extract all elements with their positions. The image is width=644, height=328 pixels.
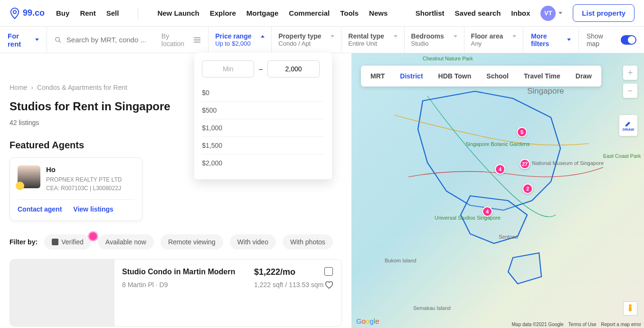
chevron-down-icon [331,35,334,38]
map-label: Semakau Island [413,305,451,311]
search-icon [55,36,62,44]
zoom-in-button[interactable]: + [623,66,637,80]
filter-price[interactable]: Price range Up to $2,000 – $0 $500 $1,00… [208,27,272,53]
nav-shortlist[interactable]: Shortlist [416,9,445,17]
filter-bedrooms[interactable]: Bedrooms Studio [405,27,464,53]
topbar: 99.co Buy Rent Sell New Launch Explore M… [0,0,644,27]
map-marker[interactable]: 4 [482,206,492,217]
nav-commercial[interactable]: Commercial [289,9,330,17]
logo[interactable]: 99.co [9,7,45,19]
chevron-down-icon [512,35,516,38]
chevron-down-icon [454,35,457,38]
price-opt-4[interactable]: $2,000 [202,154,324,172]
crown-icon [16,182,24,190]
filter-floor-area[interactable]: Floor area Any [464,27,523,53]
nav-news[interactable]: News [369,9,388,17]
chip-remote[interactable]: Remote viewing [161,234,223,250]
ptype-value: Condo / Apt [278,40,334,47]
map-label: National Museum of Singapore [532,160,604,166]
for-rent-label: For rent [8,32,32,48]
nav-main: Buy Rent Sell New Launch Explore Mortgag… [56,8,388,19]
tab-travel[interactable]: Travel Time [516,68,568,85]
by-location-label: By location [161,32,191,48]
nav-buy[interactable]: Buy [56,9,69,17]
district-outline [351,53,644,328]
view-listings-link[interactable]: View listings [73,205,114,213]
map-marker[interactable]: 5 [517,127,527,137]
listing-size: 1,222 sqft / 113.53 sqm [254,281,334,289]
map-marker[interactable]: 27 [520,159,530,169]
google-logo: Google [356,317,379,325]
map-marker[interactable]: 2 [522,183,533,194]
chip-video[interactable]: With video [230,234,276,250]
price-opt-2[interactable]: $1,000 [202,119,324,137]
tab-school[interactable]: School [479,68,516,85]
for-rent-dropdown[interactable]: For rent [0,27,47,53]
chevron-down-icon [394,35,398,38]
avatar-menu[interactable]: VT [540,6,562,21]
listing-title: Studio Condo in Martin Modern [122,267,239,277]
map-pin-icon [9,7,20,19]
beds-label: Bedrooms [411,32,444,40]
show-map-toggle[interactable]: Show map [579,27,644,53]
price-opt-3[interactable]: $1,500 [202,137,324,154]
nav-sell[interactable]: Sell [106,9,119,17]
dash: – [259,65,263,73]
draw-button[interactable]: DRAW [619,115,637,136]
map-panel[interactable]: MRT District HDB Town School Travel Time… [351,53,644,328]
chevron-down-icon [35,39,39,41]
price-min-input[interactable] [202,60,254,77]
more-filters-button[interactable]: More filters [523,27,579,53]
floor-label: Floor area [471,32,503,40]
tab-mrt[interactable]: MRT [363,68,392,85]
bookmark-icon[interactable] [324,267,333,276]
listing-card[interactable]: Studio Condo in Martin Modern 8 Martin P… [9,259,342,327]
nav-inbox[interactable]: Inbox [511,9,530,17]
tab-hdb[interactable]: HDB Town [431,68,479,85]
pegman-icon[interactable] [623,301,637,316]
chip-label: Verified [61,238,84,246]
filter-property-type[interactable]: Property type Condo / Apt [272,27,341,53]
nav-explore[interactable]: Explore [210,9,236,17]
filter-chips-row: Filter by: Verified Available now Remote… [9,234,342,250]
chevron-right-icon: › [31,84,33,91]
map-terms-link[interactable]: Terms of Use [568,322,597,327]
pencil-icon [625,120,632,127]
price-opt-0[interactable]: $0 [202,84,324,102]
contact-agent-link[interactable]: Contact agent [18,205,62,213]
svg-point-1 [56,37,60,41]
show-map-label: Show map [587,32,616,48]
chip-photos[interactable]: With photos [283,234,333,250]
price-opt-1[interactable]: $500 [202,102,324,119]
nav-new-launch[interactable]: New Launch [157,9,199,17]
heart-icon[interactable] [324,280,334,289]
search-input[interactable] [66,36,157,44]
price-value: Up to $2,000 [215,40,265,47]
price-max-input[interactable] [267,60,320,77]
tab-draw[interactable]: Draw [568,68,599,85]
map-label-singapore: Singapore [527,87,564,96]
breadcrumb-home[interactable]: Home [9,84,27,91]
map-marker[interactable]: 4 [495,164,505,174]
chip-verified[interactable]: Verified [44,234,91,250]
rtype-label: Rental type [348,32,384,40]
by-location-toggle[interactable]: By location [161,32,200,48]
nav-mortgage[interactable]: Mortgage [246,9,279,17]
avatar: VT [540,6,556,21]
rtype-value: Entire Unit [348,40,397,47]
toggle-switch[interactable] [621,35,637,45]
map-label: Sentosa [499,234,518,240]
nav-saved-search[interactable]: Saved search [455,9,501,17]
tab-district[interactable]: District [392,68,430,85]
zoom-out-button[interactable]: − [623,84,637,98]
map-report-link[interactable]: Report a map error [601,322,641,327]
agent-company: PROPNEX REALTY PTE LTD [46,175,122,184]
list-property-button[interactable]: List property [573,4,635,22]
ptype-label: Property type [278,32,321,40]
chip-available[interactable]: Available now [98,234,154,250]
search-segment: By location [47,27,208,53]
nav-tools[interactable]: Tools [340,9,359,17]
filter-rental-type[interactable]: Rental type Entire Unit [341,27,404,53]
filterbar: For rent By location Price range Up to $… [0,27,644,53]
nav-rent[interactable]: Rent [80,9,95,17]
